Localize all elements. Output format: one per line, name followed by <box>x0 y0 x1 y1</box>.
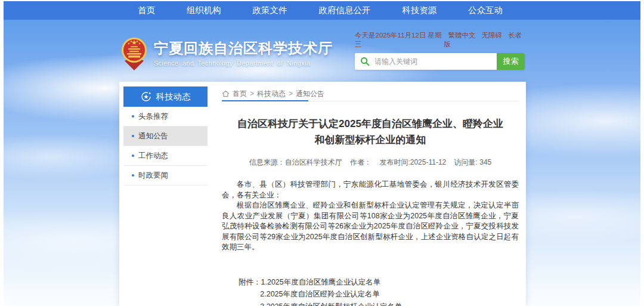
site-subtitle-en: Science and Technology Department of Nin… <box>154 60 333 67</box>
bullet-icon <box>132 154 134 157</box>
sidebar-section-title[interactable]: 科技动态 <box>123 86 208 107</box>
article-paragraph: 各市、县（区）科技管理部门，宁东能源化工基地管委会，银川经济技术开发区管委会，各… <box>222 180 519 200</box>
breadcrumb-tech-news[interactable]: 科技动态 <box>257 89 286 99</box>
article-title: 自治区科技厅关于认定2025年度自治区雏鹰企业、瞪羚企业 和创新型标杆企业的通知 <box>222 116 519 148</box>
breadcrumb-separator: > <box>289 89 293 98</box>
nav-item-home[interactable]: 首页 <box>138 5 155 16</box>
national-emblem-icon <box>120 36 148 71</box>
attachment-link-3[interactable]: 3.2025年度自治区创新型标杆企业认定名单 <box>260 302 402 306</box>
article-area: 首页 > 科技动态 > 通知公告 自治区科技厅关于认定2025年度自治区雏鹰企业… <box>222 86 519 306</box>
meta-visits: 访问量: 345 <box>454 158 492 166</box>
sidebar-item-label: 时政要闻 <box>138 171 168 181</box>
attachment-line-1: 附件：1.2025年度自治区雏鹰企业认定名单 <box>239 276 519 289</box>
article-title-line2: 和创新型标杆企业的通知 <box>222 132 519 148</box>
page: 首页 组织机构 政策文件 政府信息公开 科技资源 公众互动 宁夏回族自治 <box>0 0 644 306</box>
article-paragraph: 根据自治区雏鹰企业、瞪羚企业和创新型标杆企业认定管理有关规定，决定认定半亩良人农… <box>222 200 519 253</box>
sidebar: 科技动态 头条推荐 通知公告 工作动态 时政要闻 <box>123 86 208 186</box>
site-titles: 宁夏回族自治区科学技术厅 Science and Technology Depa… <box>154 40 333 67</box>
attachment-line-3: 3.2025年度自治区创新型标杆企业认定名单 <box>239 301 519 306</box>
site-title: 宁夏回族自治区科学技术厅 <box>154 40 333 57</box>
sidebar-item-political-news[interactable]: 时政要闻 <box>123 166 208 186</box>
header-utilities: 今天是2025年11月12日 星期三 繁體中文 无障碍 长者版 搜索 <box>355 31 525 70</box>
bullet-icon <box>132 135 134 137</box>
content-panel: 科技动态 头条推荐 通知公告 工作动态 时政要闻 <box>119 82 526 306</box>
search-input[interactable] <box>373 57 497 66</box>
site-logo[interactable]: 宁夏回族自治区科学技术厅 Science and Technology Depa… <box>120 36 333 71</box>
bullet-icon <box>132 115 134 118</box>
breadcrumb: 首页 > 科技动态 > 通知公告 <box>222 86 519 101</box>
nav-item-tech-resources[interactable]: 科技资源 <box>402 5 436 16</box>
sidebar-item-label: 工作动态 <box>138 151 168 161</box>
bullet-icon <box>132 174 134 177</box>
article-title-line1: 自治区科技厅关于认定2025年度自治区雏鹰企业、瞪羚企业 <box>222 116 519 132</box>
sidebar-item-headlines[interactable]: 头条推荐 <box>123 107 208 126</box>
sidebar-item-label: 头条推荐 <box>138 112 168 122</box>
link-traditional-chinese[interactable]: 繁體中文 <box>448 32 475 39</box>
tech-news-icon <box>141 91 151 102</box>
attachment-line-2: 2.2025年度自治区瞪羚企业认定名单 <box>239 288 519 301</box>
nav-item-gov-info-disclosure[interactable]: 政府信息公开 <box>318 5 370 16</box>
utility-row: 今天是2025年11月12日 星期三 繁體中文 无障碍 长者版 <box>355 31 525 49</box>
breadcrumb-home[interactable]: 首页 <box>233 89 247 99</box>
nav-item-organization[interactable]: 组织机构 <box>187 5 221 16</box>
search-icon <box>360 57 370 66</box>
sidebar-title-label: 科技动态 <box>156 91 191 103</box>
sidebar-item-label: 通知公告 <box>138 131 168 141</box>
article-meta: 信息来源：自治区科学技术厅 作者： 发布时间:2025-11-12 访问量: 3… <box>222 157 519 168</box>
nav-menu: 首页 组织机构 政策文件 政府信息公开 科技资源 公众互动 <box>138 1 503 20</box>
quick-links: 繁體中文 无障碍 长者版 <box>444 31 525 49</box>
sidebar-item-notices[interactable]: 通知公告 <box>123 126 208 146</box>
search-button[interactable]: 搜索 <box>497 53 525 70</box>
attachments-label: 附件： <box>239 278 261 286</box>
home-icon <box>222 90 230 97</box>
top-nav-bar: 首页 组织机构 政策文件 政府信息公开 科技资源 公众互动 <box>4 1 640 20</box>
attachment-link-1[interactable]: 1.2025年度自治区雏鹰企业认定名单 <box>261 278 381 286</box>
meta-publish-date: 发布时间:2025-11-12 <box>379 158 446 166</box>
meta-source: 信息来源：自治区科学技术厅 <box>249 158 342 166</box>
sidebar-item-work-updates[interactable]: 工作动态 <box>123 146 208 166</box>
article-body: 各市、县（区）科技管理部门，宁东能源化工基地管委会，银川经济技术开发区管委会，各… <box>222 180 519 253</box>
attachment-link-2[interactable]: 2.2025年度自治区瞪羚企业认定名单 <box>260 290 380 298</box>
breadcrumb-separator: > <box>250 89 254 98</box>
meta-author: 作者： <box>350 158 371 166</box>
search-bar: 搜索 <box>355 53 525 70</box>
breadcrumb-current: 通知公告 <box>296 89 324 99</box>
today-date: 今天是2025年11月12日 星期三 <box>355 31 444 49</box>
link-accessibility[interactable]: 无障碍 <box>482 32 503 39</box>
nav-item-public-interaction[interactable]: 公众互动 <box>468 5 503 16</box>
nav-item-policy-documents[interactable]: 政策文件 <box>253 5 287 16</box>
attachments-block: 附件：1.2025年度自治区雏鹰企业认定名单 2.2025年度自治区瞪羚企业认定… <box>239 276 519 306</box>
